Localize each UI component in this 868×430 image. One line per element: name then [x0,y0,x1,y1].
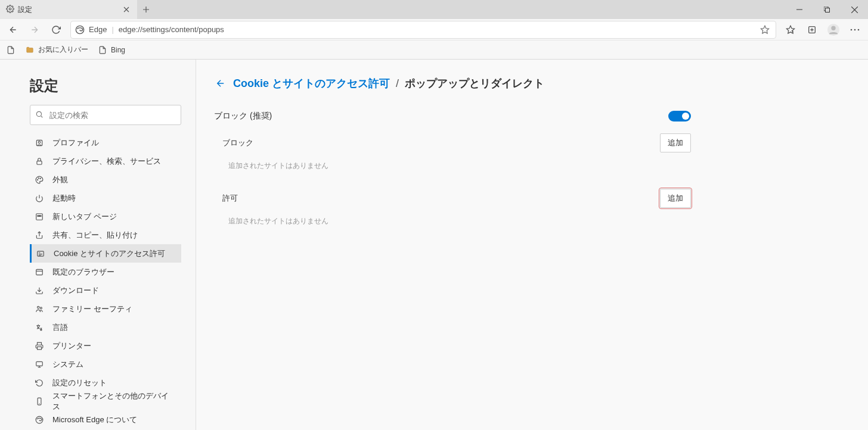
close-tab-button[interactable] [122,5,131,14]
download-icon [35,286,44,295]
svg-rect-15 [37,161,42,164]
add-allow-button[interactable]: 追加 [660,189,691,208]
svg-point-18 [40,178,41,179]
breadcrumb-current: ポップアップとリダイレクト [405,76,544,91]
address-separator: | [111,25,113,34]
svg-point-16 [38,179,38,180]
palette-icon [35,175,44,185]
nav-about[interactable]: Microsoft Edge について [29,410,181,429]
forward-button[interactable] [25,21,44,39]
nav-phone[interactable]: スマートフォンとその他のデバイス [29,392,181,410]
address-url: edge://settings/content/popups [119,25,757,34]
printer-icon [35,341,44,351]
power-icon [35,194,44,203]
address-bar[interactable]: Edge | edge://settings/content/popups [70,21,776,39]
title-bar: 設定 [0,0,868,19]
nav-label: プロファイル [52,138,99,148]
maximize-button[interactable] [813,0,841,19]
tab-title: 設定 [18,5,118,15]
svg-point-27 [38,306,40,309]
nav-languages[interactable]: 言語 [29,318,181,336]
block-recommended-label: ブロック (推奨) [214,111,272,121]
favorite-star-button[interactable] [757,25,773,35]
nav-label: システム [52,359,83,370]
browser-tab[interactable]: 設定 [0,0,137,19]
svg-point-17 [38,177,39,178]
block-empty-text: 追加されたサイトはありません [222,161,691,171]
browser-icon [35,267,44,277]
nav-privacy[interactable]: プライバシー、検索、サービス [29,152,181,170]
collections-button[interactable] [802,21,822,39]
breadcrumb-back-button[interactable] [214,77,227,90]
minimize-button[interactable] [786,0,813,19]
bookmark-label: お気に入りバー [38,45,88,55]
block-label: ブロック [222,138,253,148]
nav-reset[interactable]: 設定のリセット [29,373,181,392]
grid-icon [35,212,44,222]
block-recommended-row: ブロック (推奨) [214,107,691,125]
nav-newtab[interactable]: 新しいタブ ページ [29,207,181,226]
nav-share[interactable]: 共有、コピー、貼り付け [29,226,181,244]
nav-cookies[interactable]: Cookie とサイトのアクセス許可 [30,244,181,263]
nav-startup[interactable]: 起動時 [29,189,181,207]
settings-search-input[interactable] [49,111,176,120]
block-toggle[interactable] [668,111,691,121]
nav-downloads[interactable]: ダウンロード [29,281,181,300]
svg-point-28 [40,307,42,309]
svg-rect-21 [38,215,39,216]
close-window-button[interactable] [841,0,868,19]
svg-point-0 [9,8,11,10]
bookmarks-bar: お気に入りバー Bing [0,40,868,60]
more-button[interactable] [845,21,864,39]
svg-point-11 [858,29,860,30]
nav-label: 言語 [52,322,68,333]
language-icon [35,323,44,332]
nav-label: 新しいタブ ページ [52,211,117,222]
svg-rect-22 [40,215,41,216]
nav-profile[interactable]: プロファイル [29,133,181,152]
svg-marker-4 [761,26,768,33]
svg-point-9 [851,29,852,30]
gear-icon [6,5,14,15]
svg-rect-25 [36,269,43,275]
allow-empty-text: 追加されたサイトはありません [222,216,691,226]
profile-button[interactable] [824,21,843,39]
permissions-icon [36,249,45,258]
back-button[interactable] [4,21,23,39]
reset-icon [35,378,44,388]
phone-icon [35,397,44,406]
sidebar-title: 設定 [30,76,181,95]
system-icon [35,360,44,369]
content-area: 設定 プロファイル プライバシー、検索、サービス 外観 起動時 新しいタブ ペー… [0,60,868,430]
nav-appearance[interactable]: 外観 [29,170,181,189]
nav-label: ダウンロード [52,285,99,296]
bookmark-item-bing[interactable]: Bing [98,45,125,55]
family-icon [35,304,44,314]
nav-family[interactable]: ファミリー セーフティ [29,300,181,318]
svg-point-12 [36,111,41,116]
svg-point-8 [831,26,835,30]
svg-rect-29 [38,347,42,350]
address-app-label: Edge [89,25,111,34]
nav-label: プリンター [52,341,91,351]
new-tab-button[interactable] [137,0,155,19]
bookmark-item-blank[interactable] [6,45,16,55]
breadcrumb: Cookie とサイトのアクセス許可 / ポップアップとリダイレクト [214,76,838,91]
breadcrumb-link[interactable]: Cookie とサイトのアクセス許可 [233,76,390,91]
profile-icon [35,138,44,148]
svg-rect-30 [36,362,43,366]
nav-label: Cookie とサイトのアクセス許可 [54,248,165,259]
nav-label: ファミリー セーフティ [52,304,132,314]
bookmark-item-favorites[interactable]: お気に入りバー [25,45,88,55]
nav-default-browser[interactable]: 既定のブラウザー [29,263,181,281]
refresh-button[interactable] [46,21,66,39]
settings-nav: プロファイル プライバシー、検索、サービス 外観 起動時 新しいタブ ページ 共… [30,133,181,429]
nav-system[interactable]: システム [29,355,181,373]
add-block-button[interactable]: 追加 [660,133,691,152]
allow-label: 許可 [222,193,238,204]
nav-printers[interactable]: プリンター [29,336,181,355]
favorites-button[interactable] [781,21,800,39]
nav-label: 共有、コピー、貼り付け [52,230,138,241]
settings-search[interactable] [30,105,181,125]
page-icon [6,45,16,55]
